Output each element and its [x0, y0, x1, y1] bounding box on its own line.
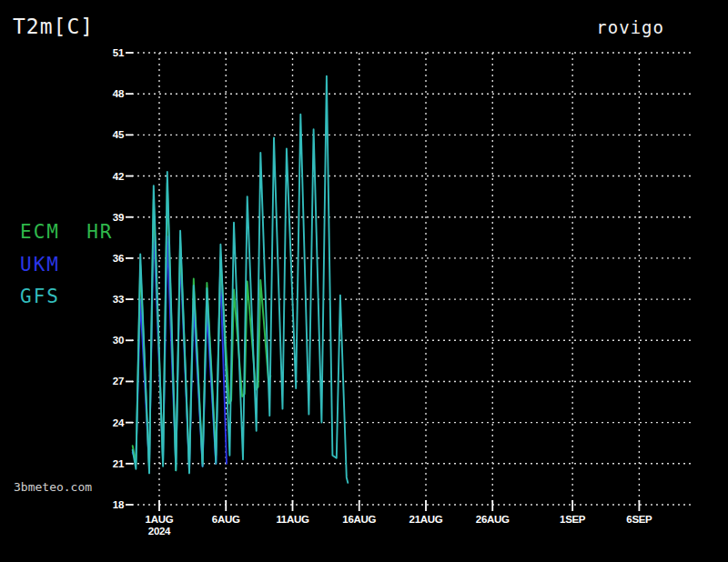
- y-tick-label: 45: [113, 129, 125, 140]
- series-line-gfs: [133, 76, 349, 483]
- x-tick-label: 1SEP: [560, 514, 586, 525]
- x-axis-year-label: 2024: [148, 526, 171, 537]
- x-tick-label: 16AUG: [342, 514, 376, 525]
- y-tick-label: 42: [113, 171, 124, 182]
- x-tick-label: 6SEP: [626, 514, 652, 525]
- temperature-plot: 5148454239363330272421181AUG20246AUG11AU…: [0, 0, 728, 562]
- x-tick-label: 11AUG: [276, 514, 309, 525]
- x-tick-label: 1AUG: [146, 514, 174, 525]
- y-tick-label: 27: [113, 376, 124, 386]
- meteogram-screen: T2m[C] rovigo ECM HR UKM GFS 3bmeteo.com…: [0, 0, 728, 562]
- y-tick-label: 33: [113, 294, 124, 305]
- y-tick-label: 24: [113, 417, 125, 428]
- y-tick-label: 18: [113, 499, 125, 510]
- y-tick-label: 39: [113, 212, 124, 223]
- y-tick-label: 36: [113, 253, 124, 264]
- y-tick-label: 48: [113, 88, 125, 99]
- y-tick-label: 21: [113, 458, 125, 469]
- x-tick-label: 26AUG: [476, 514, 510, 525]
- x-tick-label: 6AUG: [212, 514, 240, 525]
- y-tick-label: 51: [113, 47, 125, 58]
- y-tick-label: 30: [113, 335, 124, 346]
- x-tick-label: 21AUG: [410, 514, 443, 525]
